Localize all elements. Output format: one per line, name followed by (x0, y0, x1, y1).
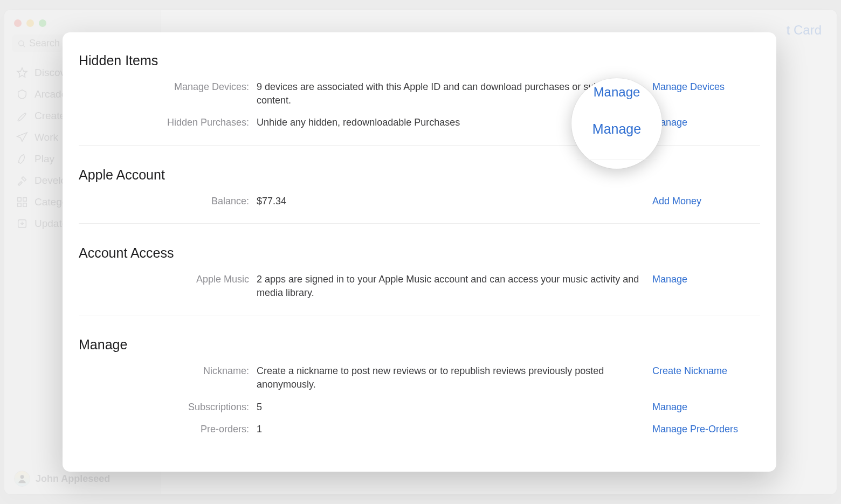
row-subscriptions: Subscriptions: 5 Manage (79, 401, 760, 414)
magnifier-callout: Manage Manage (571, 78, 662, 169)
section-title: Apple Account (79, 167, 760, 183)
manage-preorders-link[interactable]: Manage Pre-Orders (652, 424, 738, 434)
section-manage: Manage Nickname: Create a nickname to po… (79, 337, 760, 451)
create-nickname-link[interactable]: Create Nickname (652, 365, 727, 376)
magnifier-top-text: Manage (594, 86, 640, 99)
row-label: Manage Devices: (79, 80, 257, 94)
row-value: 1 (257, 423, 652, 436)
row-label: Pre-orders: (79, 423, 257, 436)
add-money-link[interactable]: Add Money (652, 196, 701, 206)
row-value: Create a nickname to post new reviews or… (257, 364, 652, 391)
magnifier-focus-text: Manage (592, 121, 641, 137)
row-apple-music: Apple Music 2 apps are signed in to your… (79, 273, 760, 300)
manage-apple-music-link[interactable]: Manage (652, 274, 687, 285)
section-apple-account: Apple Account Balance: $77.34 Add Money (79, 167, 760, 224)
row-value: $77.34 (257, 195, 652, 208)
row-value: 2 apps are signed in to your Apple Music… (257, 273, 652, 300)
section-title: Account Access (79, 245, 760, 261)
magnifier-divider (577, 160, 657, 160)
row-label: Hidden Purchases: (79, 116, 257, 129)
row-nickname: Nickname: Create a nickname to post new … (79, 364, 760, 391)
row-label: Subscriptions: (79, 401, 257, 414)
row-preorders: Pre-orders: 1 Manage Pre-Orders (79, 423, 760, 436)
row-label: Nickname: (79, 364, 257, 378)
section-account-access: Account Access Apple Music 2 apps are si… (79, 245, 760, 315)
row-value: 5 (257, 401, 652, 414)
manage-subscriptions-link[interactable]: Manage (652, 402, 687, 412)
row-label: Balance: (79, 195, 257, 208)
row-manage-devices: Manage Devices: 9 devices are associated… (79, 80, 760, 107)
section-title: Manage (79, 337, 760, 353)
manage-devices-link[interactable]: Manage Devices (652, 81, 725, 92)
account-settings-sheet: Hidden Items Manage Devices: 9 devices a… (63, 32, 776, 472)
row-balance: Balance: $77.34 Add Money (79, 195, 760, 208)
section-title: Hidden Items (79, 53, 760, 68)
row-label: Apple Music (79, 273, 257, 286)
